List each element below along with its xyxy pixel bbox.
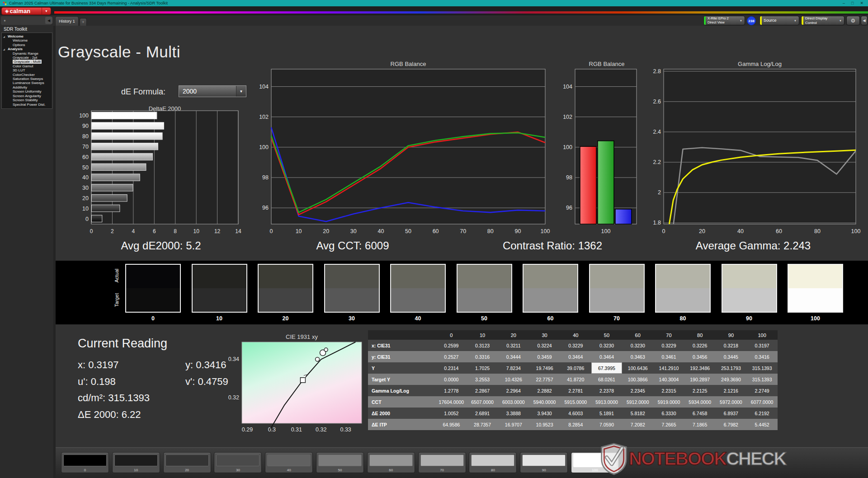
- table-cell[interactable]: 7.2665: [653, 419, 684, 430]
- table-cell[interactable]: 0.3229: [653, 340, 684, 351]
- sidebar-item-screen-stability[interactable]: Screen Stability: [2, 98, 52, 102]
- table-cell[interactable]: 6003.0000: [498, 396, 529, 408]
- table-cell[interactable]: 19.7496: [529, 362, 560, 374]
- table-cell[interactable]: 2.2345: [622, 385, 653, 396]
- table-cell[interactable]: 249.3690: [716, 374, 747, 385]
- table-cell[interactable]: 2.2749: [746, 385, 778, 396]
- gear-icon[interactable]: ⚙: [846, 16, 860, 25]
- table-cell[interactable]: 140.3004: [653, 374, 684, 385]
- sidebar-item-welcome[interactable]: ◢Welcome: [2, 34, 52, 38]
- table-cell[interactable]: 67.3995: [591, 362, 623, 374]
- table-cell[interactable]: 6.3330: [653, 408, 684, 419]
- table-cell[interactable]: 6.7982: [716, 419, 747, 430]
- table-cell[interactable]: 2.2315: [653, 385, 684, 396]
- table-cell[interactable]: 0.3461: [653, 351, 684, 362]
- table-cell[interactable]: 0.2599: [436, 340, 467, 351]
- table-cell[interactable]: 0.3445: [716, 351, 747, 362]
- table-cell[interactable]: 5972.0000: [716, 396, 747, 408]
- panel-collapse-icon[interactable]: ◀: [861, 16, 868, 25]
- sidebar-item-grayscale-2pt[interactable]: Grayscale - 2pt: [2, 56, 52, 60]
- tab-history-1[interactable]: History 1: [55, 16, 79, 26]
- patch-button-90[interactable]: 90: [520, 452, 568, 473]
- table-cell[interactable]: 0.3230: [622, 340, 653, 351]
- table-cell[interactable]: 0.2314: [436, 362, 467, 374]
- table-cell[interactable]: 6.2192: [746, 408, 778, 419]
- patch-button-50[interactable]: 50: [316, 452, 364, 473]
- table-cell[interactable]: 1.7025: [467, 362, 498, 374]
- table-cell[interactable]: 2.2882: [529, 385, 560, 396]
- table-cell[interactable]: 100.3866: [622, 374, 653, 385]
- table-cell[interactable]: 192.3486: [684, 362, 716, 374]
- table-cell[interactable]: 2.2867: [467, 385, 498, 396]
- calman-logo-button[interactable]: ◈ calman ▼: [1, 7, 51, 15]
- table-cell[interactable]: 5.4452: [746, 419, 778, 430]
- table-cell[interactable]: 0.3229: [560, 340, 591, 351]
- table-cell[interactable]: 0.3459: [529, 351, 560, 362]
- patch-button-0[interactable]: 0: [61, 452, 109, 473]
- sidebar-item-saturation-sweeps[interactable]: Saturation Sweeps: [2, 77, 52, 81]
- table-cell[interactable]: 5912.0000: [622, 396, 653, 408]
- sidebar-item-screen-angularity[interactable]: Screen Angularity: [2, 94, 52, 98]
- table-cell[interactable]: 315.1393: [746, 374, 778, 385]
- table-cell[interactable]: 5940.0000: [529, 396, 560, 408]
- minimize-icon[interactable]: –: [843, 1, 845, 5]
- table-cell[interactable]: 0.0000: [436, 374, 467, 385]
- sidebar-item-additivity[interactable]: Additivity: [2, 85, 52, 89]
- table-cell[interactable]: 28.7357: [467, 419, 498, 430]
- maximize-icon[interactable]: □: [851, 1, 854, 5]
- table-cell[interactable]: 7.2082: [622, 419, 653, 430]
- table-cell[interactable]: 315.1393: [746, 362, 778, 374]
- table-cell[interactable]: 10.9523: [529, 419, 560, 430]
- patch-button-70[interactable]: 70: [418, 452, 466, 473]
- sidebar-item-luminance-sweeps[interactable]: Luminance Sweeps: [2, 81, 52, 85]
- sidebar-item-grayscale-multi[interactable]: Grayscale - Multi: [2, 60, 52, 64]
- patch-button-30[interactable]: 30: [214, 452, 262, 473]
- table-cell[interactable]: 2.2378: [591, 385, 623, 396]
- table-cell[interactable]: 2.6891: [467, 408, 498, 419]
- table-cell[interactable]: 39.0786: [560, 362, 591, 374]
- table-cell[interactable]: 2.2964: [498, 385, 529, 396]
- table-cell[interactable]: 190.2897: [684, 374, 716, 385]
- table-cell[interactable]: 2.2125: [684, 385, 716, 396]
- table-cell[interactable]: 17604.0000: [436, 396, 467, 408]
- patch-button-40[interactable]: 40: [265, 452, 313, 473]
- table-cell[interactable]: 1.0052: [436, 408, 467, 419]
- table-cell[interactable]: 0.3316: [467, 351, 498, 362]
- table-cell[interactable]: 0.3224: [529, 340, 560, 351]
- table-cell[interactable]: 10.4326: [498, 374, 529, 385]
- patch-button-60[interactable]: 60: [367, 452, 415, 473]
- sidebar-item-welcome[interactable]: Welcome: [2, 38, 52, 42]
- table-cell[interactable]: 0.3464: [560, 351, 591, 362]
- table-cell[interactable]: 5919.0000: [653, 396, 684, 408]
- table-cell[interactable]: 16.9707: [498, 419, 529, 430]
- table-cell[interactable]: 6.7458: [684, 408, 716, 419]
- table-cell[interactable]: 3.9430: [529, 408, 560, 419]
- table-cell[interactable]: 5.1891: [591, 408, 623, 419]
- table-cell[interactable]: 6507.0000: [467, 396, 498, 408]
- table-cell[interactable]: 8.2854: [560, 419, 591, 430]
- workspace-panel[interactable]: ●: [1, 16, 52, 25]
- calman-menu-caret-icon[interactable]: ▼: [42, 8, 51, 14]
- de-formula-dropdown[interactable]: 2000 ▼: [179, 85, 246, 97]
- table-cell[interactable]: 3.2553: [467, 374, 498, 385]
- patch-button-80[interactable]: 80: [469, 452, 517, 473]
- table-cell[interactable]: 5915.0000: [560, 396, 591, 408]
- table-cell[interactable]: 2.2781: [560, 385, 591, 396]
- sidebar-collapse-button[interactable]: ◀: [45, 17, 52, 24]
- add-tab-button[interactable]: +: [80, 18, 87, 26]
- table-cell[interactable]: 0.3456: [684, 351, 716, 362]
- table-cell[interactable]: 5934.0000: [684, 396, 716, 408]
- table-cell[interactable]: 22.7757: [529, 374, 560, 385]
- table-cell[interactable]: 64.9586: [436, 419, 467, 430]
- table-cell[interactable]: 6077.0000: [746, 396, 778, 408]
- table-cell[interactable]: 1.2778: [436, 385, 467, 396]
- source-dropdown[interactable]: Source ▼: [760, 16, 799, 25]
- table-cell[interactable]: 0.3123: [467, 340, 498, 351]
- table-cell[interactable]: 5.8182: [622, 408, 653, 419]
- table-cell[interactable]: 7.1865: [684, 419, 716, 430]
- table-cell[interactable]: 100.6436: [622, 362, 653, 374]
- table-cell[interactable]: 0.3197: [746, 340, 778, 351]
- table-cell[interactable]: 4.6003: [560, 408, 591, 419]
- close-icon[interactable]: ✕: [860, 1, 863, 5]
- table-cell[interactable]: 0.3211: [498, 340, 529, 351]
